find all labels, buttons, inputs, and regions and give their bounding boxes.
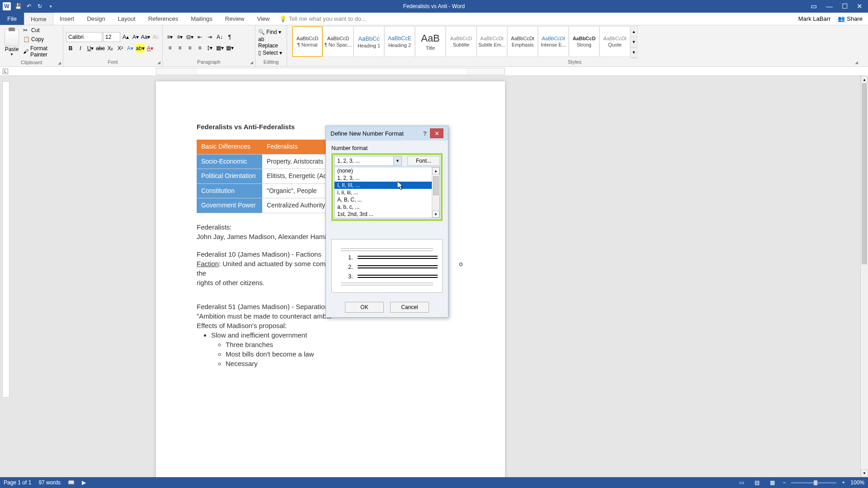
minimize-icon[interactable]: — — [826, 2, 833, 10]
show-hide-button[interactable]: ¶ — [225, 33, 234, 42]
word-count[interactable]: 97 words — [38, 479, 61, 486]
dropdown-option[interactable]: A, B, C, ... — [335, 196, 432, 203]
paste-button[interactable]: Paste ▼ — [3, 27, 21, 58]
format-painter-button[interactable]: 🖌Format Painter — [22, 44, 60, 59]
tab-file[interactable]: File — [0, 13, 24, 25]
tell-me-search[interactable]: 💡 Tell me what you want to do... — [279, 15, 366, 22]
dialog-launcher-icon[interactable]: ◢ — [157, 60, 160, 65]
align-center-button[interactable]: ≡ — [175, 43, 184, 52]
sort-button[interactable]: A↓ — [215, 33, 224, 42]
replace-button[interactable]: ab Replace — [258, 36, 284, 49]
highlight-button[interactable]: ab▾ — [136, 44, 145, 53]
italic-button[interactable]: I — [76, 44, 85, 53]
style-item[interactable]: AaBTitle — [415, 26, 446, 57]
zoom-in-icon[interactable]: + — [842, 479, 845, 486]
scroll-thumb[interactable] — [862, 84, 867, 264]
change-case-button[interactable]: Aa▾ — [141, 33, 150, 42]
font-size-input[interactable] — [103, 32, 120, 42]
font-color-button[interactable]: A▾ — [146, 44, 155, 53]
dropdown-option[interactable]: a, b, c, ... — [335, 203, 432, 211]
underline-button[interactable]: U▾ — [86, 44, 95, 53]
undo-icon[interactable]: ↶ — [25, 3, 33, 10]
tab-insert[interactable]: Insert — [53, 13, 81, 25]
ribbon-display-options-icon[interactable]: ▭ — [811, 2, 817, 10]
horizontal-ruler[interactable] — [156, 68, 505, 75]
read-mode-icon[interactable]: ▭ — [736, 479, 746, 487]
clear-formatting-button[interactable]: A⃠ — [151, 33, 160, 42]
multilevel-list-button[interactable]: ⊟▾ — [185, 33, 194, 42]
number-style-combo[interactable]: 1, 2, 3, ... ▼ — [334, 156, 402, 166]
font-button[interactable]: Font... — [407, 156, 440, 166]
style-item[interactable]: AaBbCcHeading 1 — [354, 26, 384, 57]
dropdown-option[interactable]: (none) — [335, 167, 432, 174]
dialog-launcher-icon[interactable]: ◢ — [250, 60, 253, 65]
qat-customize-icon[interactable]: ▾ — [47, 3, 54, 10]
vertical-ruler[interactable] — [2, 81, 9, 398]
strikethrough-button[interactable]: abc — [96, 44, 105, 53]
scroll-up-icon[interactable]: ▲ — [861, 76, 868, 84]
style-item[interactable]: AaBbCcD¶ Normal — [292, 26, 323, 57]
scroll-down-icon[interactable]: ▼ — [432, 211, 439, 218]
align-right-button[interactable]: ≡ — [185, 43, 194, 52]
find-button[interactable]: 🔍 Find ▾ — [258, 29, 284, 35]
dropdown-scrollbar[interactable]: ▲ ▼ — [432, 167, 439, 218]
scroll-down-icon[interactable]: ▼ — [861, 469, 868, 477]
shading-button[interactable]: ▦▾ — [215, 43, 224, 52]
scroll-up-icon[interactable]: ▲ — [432, 167, 439, 174]
style-item[interactable]: AaBbCcDStrong — [569, 26, 599, 57]
tab-layout[interactable]: Layout — [112, 13, 142, 25]
scroll-thumb[interactable] — [432, 174, 439, 211]
styles-more-icon[interactable]: ▼ — [631, 47, 637, 58]
web-layout-icon[interactable]: ▦ — [767, 479, 777, 487]
redo-icon[interactable]: ↻ — [36, 3, 43, 10]
style-item[interactable]: AaBbCcDtEmphasis — [507, 26, 538, 57]
spelling-icon[interactable]: 📖 — [68, 479, 75, 486]
close-icon[interactable]: ✕ — [857, 2, 863, 10]
user-name[interactable]: Mark LaBarr — [798, 15, 831, 22]
shrink-font-button[interactable]: A▾ — [131, 33, 140, 42]
numbering-button[interactable]: ≡▾ — [175, 33, 184, 42]
borders-button[interactable]: ▦▾ — [225, 43, 234, 52]
page-indicator[interactable]: Page 1 of 1 — [4, 479, 31, 486]
dropdown-option[interactable]: i, ii, iii, ... — [335, 189, 432, 196]
zoom-slider[interactable] — [791, 482, 836, 483]
scroll-down-icon[interactable]: ▼ — [631, 37, 637, 47]
bold-button[interactable]: B — [66, 44, 75, 53]
font-name-input[interactable] — [66, 32, 102, 42]
cancel-button[interactable]: Cancel — [390, 302, 429, 313]
zoom-out-icon[interactable]: − — [783, 479, 786, 486]
style-item[interactable]: AaBbCcDtSubtle Em... — [476, 26, 507, 57]
dialog-launcher-icon[interactable]: ◢ — [58, 61, 61, 65]
style-item[interactable]: AaBbCcDSubtitle — [446, 26, 476, 57]
decrease-indent-button[interactable]: ⇤ — [195, 33, 204, 42]
tab-mailings[interactable]: Mailings — [184, 13, 219, 25]
ok-button[interactable]: OK — [345, 302, 384, 313]
line-spacing-button[interactable]: ‡▾ — [205, 43, 214, 52]
text-effects-button[interactable]: A▾ — [126, 44, 135, 53]
styles-gallery[interactable]: AaBbCcD¶ NormalAaBbCcD¶ No Spac...AaBbCc… — [292, 26, 630, 57]
bullets-button[interactable]: ≡▾ — [165, 33, 175, 42]
select-button[interactable]: ▯ Select ▾ — [258, 50, 284, 56]
tab-review[interactable]: Review — [219, 13, 251, 25]
style-item[interactable]: AaBbCcD¶ No Spac... — [323, 26, 354, 57]
superscript-button[interactable]: X² — [116, 44, 125, 53]
style-item[interactable]: AaBbCcDtQuote — [599, 26, 630, 57]
dropdown-option[interactable]: I, II, III, ... — [335, 182, 432, 189]
tab-view[interactable]: View — [250, 13, 276, 25]
maximize-icon[interactable]: ☐ — [842, 2, 848, 10]
style-item[interactable]: AaBbCcEHeading 2 — [384, 26, 415, 57]
dialog-titlebar[interactable]: Define New Number Format ? ✕ — [326, 126, 448, 141]
zoom-level[interactable]: 100% — [850, 479, 864, 486]
share-button[interactable]: 👥 Share — [838, 15, 863, 22]
vertical-scrollbar[interactable]: ▲ ▼ — [860, 76, 868, 477]
dialog-launcher-icon[interactable]: ◢ — [855, 60, 858, 65]
chevron-down-icon[interactable]: ▼ — [393, 156, 401, 165]
styles-scroll[interactable]: ▲ ▼ ▼ — [630, 26, 637, 58]
scroll-up-icon[interactable]: ▲ — [631, 27, 637, 37]
save-icon[interactable]: 💾 — [14, 3, 22, 10]
increase-indent-button[interactable]: ⇥ — [205, 33, 214, 42]
copy-button[interactable]: 📋Copy — [22, 35, 60, 43]
cut-button[interactable]: ✂Cut — [22, 26, 60, 34]
align-left-button[interactable]: ≡ — [165, 43, 175, 52]
style-item[interactable]: AaBbCcDtIntense E... — [538, 26, 569, 57]
